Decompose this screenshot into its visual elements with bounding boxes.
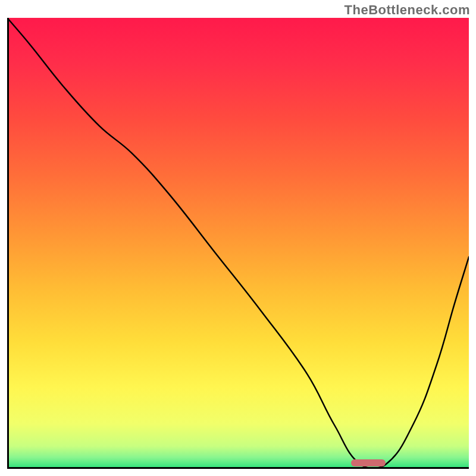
- watermark-text: TheBottleneck.com: [345, 2, 470, 18]
- optimal-range-marker: [351, 459, 386, 466]
- chart-frame: TheBottleneck.com: [0, 0, 476, 476]
- plot-svg: [7, 18, 469, 469]
- plot-area: [7, 18, 469, 469]
- gradient-background: [7, 18, 469, 469]
